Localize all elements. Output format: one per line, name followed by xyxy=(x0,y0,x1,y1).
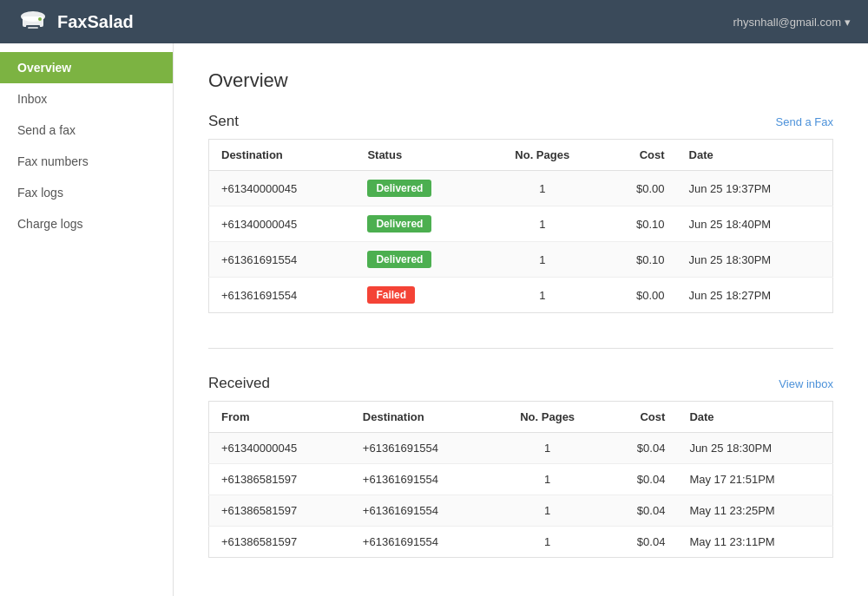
sent-status: Delivered xyxy=(355,171,484,206)
svg-rect-3 xyxy=(28,27,38,29)
sent-col-pages: No. Pages xyxy=(484,140,600,171)
received-col-from: From xyxy=(209,402,351,433)
sent-destination: +61361691554 xyxy=(209,278,356,313)
logo-text: FaxSalad xyxy=(57,12,134,32)
received-date: May 11 23:11PM xyxy=(677,527,832,558)
logo-icon xyxy=(17,10,49,34)
received-from: +61386581597 xyxy=(209,464,351,495)
sidebar: Overview Inbox Send a fax Fax numbers Fa… xyxy=(0,43,174,596)
received-cost: $0.04 xyxy=(603,527,678,558)
sidebar-item-fax-logs[interactable]: Fax logs xyxy=(0,177,173,208)
sent-table: Destination Status No. Pages Cost Date +… xyxy=(208,139,833,313)
received-destination: +61361691554 xyxy=(351,527,492,558)
received-date: May 11 23:25PM xyxy=(677,495,832,527)
received-cost: $0.04 xyxy=(603,495,678,527)
user-menu[interactable]: rhysnhall@gmail.com ▾ xyxy=(733,16,851,29)
received-section: Received View inbox From Destination No.… xyxy=(208,375,833,558)
received-destination: +61361691554 xyxy=(351,433,492,464)
received-from: +61340000045 xyxy=(209,433,351,464)
received-table-header-row: From Destination No. Pages Cost Date xyxy=(209,402,833,433)
sent-destination: +61340000045 xyxy=(209,206,356,242)
sent-pages: 1 xyxy=(484,206,600,242)
sent-destination: +61361691554 xyxy=(209,242,356,278)
sent-status: Delivered xyxy=(355,242,484,278)
sent-col-destination: Destination xyxy=(209,140,356,171)
sent-section: Sent Send a Fax Destination Status No. P… xyxy=(208,113,833,313)
sent-section-header: Sent Send a Fax xyxy=(208,113,833,130)
table-row: +61340000045 +61361691554 1 $0.04 Jun 25… xyxy=(209,433,833,464)
sent-status: Delivered xyxy=(355,206,484,242)
table-row: +61386581597 +61361691554 1 $0.04 May 11… xyxy=(209,527,833,558)
sent-date: Jun 25 18:40PM xyxy=(677,206,833,242)
sent-pages: 1 xyxy=(484,278,600,313)
sent-pages: 1 xyxy=(484,242,600,278)
section-divider xyxy=(208,348,833,349)
sent-col-cost: Cost xyxy=(600,140,676,171)
table-row: +61340000045 Delivered 1 $0.10 Jun 25 18… xyxy=(209,206,833,242)
received-cost: $0.04 xyxy=(603,464,678,495)
status-badge: Delivered xyxy=(367,251,431,268)
status-badge: Delivered xyxy=(367,180,431,197)
table-row: +61361691554 Delivered 1 $0.10 Jun 25 18… xyxy=(209,242,833,278)
received-destination: +61361691554 xyxy=(351,464,492,495)
sidebar-item-charge-logs[interactable]: Charge logs xyxy=(0,208,173,239)
received-section-header: Received View inbox xyxy=(208,375,833,392)
status-badge: Failed xyxy=(367,286,415,304)
sent-destination: +61340000045 xyxy=(209,171,356,206)
received-col-destination: Destination xyxy=(351,402,492,433)
received-table: From Destination No. Pages Cost Date +61… xyxy=(208,401,833,558)
received-date: May 17 21:51PM xyxy=(677,464,832,495)
sidebar-item-inbox[interactable]: Inbox xyxy=(0,83,173,115)
page-title: Overview xyxy=(208,69,833,92)
sent-col-date: Date xyxy=(677,140,833,171)
send-a-fax-link[interactable]: Send a Fax xyxy=(776,115,834,128)
received-col-cost: Cost xyxy=(603,402,678,433)
sent-cost: $0.10 xyxy=(600,242,676,278)
sent-cost: $0.00 xyxy=(600,171,676,206)
sidebar-item-fax-numbers[interactable]: Fax numbers xyxy=(0,146,173,177)
table-row: +61386581597 +61361691554 1 $0.04 May 17… xyxy=(209,464,833,495)
received-cost: $0.04 xyxy=(603,433,678,464)
received-col-date: Date xyxy=(677,402,832,433)
sidebar-item-overview[interactable]: Overview xyxy=(0,52,173,83)
received-pages: 1 xyxy=(491,495,602,527)
view-inbox-link[interactable]: View inbox xyxy=(779,377,833,390)
sent-date: Jun 25 19:37PM xyxy=(677,171,833,206)
chevron-down-icon: ▾ xyxy=(845,16,851,29)
received-pages: 1 xyxy=(491,433,602,464)
sent-table-header-row: Destination Status No. Pages Cost Date xyxy=(209,140,833,171)
table-row: +61386581597 +61361691554 1 $0.04 May 11… xyxy=(209,495,833,527)
received-date: Jun 25 18:30PM xyxy=(677,433,832,464)
sent-status: Failed xyxy=(355,278,484,313)
table-row: +61361691554 Failed 1 $0.00 Jun 25 18:27… xyxy=(209,278,833,313)
received-pages: 1 xyxy=(491,464,602,495)
received-destination: +61361691554 xyxy=(351,495,492,527)
sent-cost: $0.10 xyxy=(600,206,676,242)
received-from: +61386581597 xyxy=(209,495,351,527)
svg-point-4 xyxy=(38,17,42,21)
sent-section-title: Sent xyxy=(208,113,239,130)
received-pages: 1 xyxy=(491,527,602,558)
sidebar-item-send-fax[interactable]: Send a fax xyxy=(0,115,173,146)
sent-date: Jun 25 18:30PM xyxy=(677,242,833,278)
received-col-pages: No. Pages xyxy=(491,402,602,433)
main-content: Overview Sent Send a Fax Destination Sta… xyxy=(174,43,868,596)
table-row: +61340000045 Delivered 1 $0.00 Jun 25 19… xyxy=(209,171,833,206)
sent-col-status: Status xyxy=(355,140,484,171)
sent-cost: $0.00 xyxy=(600,278,676,313)
user-email: rhysnhall@gmail.com xyxy=(733,16,841,29)
status-badge: Delivered xyxy=(367,215,431,233)
received-from: +61386581597 xyxy=(209,527,351,558)
sent-pages: 1 xyxy=(484,171,600,206)
sent-date: Jun 25 18:27PM xyxy=(677,278,833,313)
layout: Overview Inbox Send a fax Fax numbers Fa… xyxy=(0,43,868,596)
header: FaxSalad rhysnhall@gmail.com ▾ xyxy=(0,0,868,43)
logo: FaxSalad xyxy=(17,10,134,34)
received-section-title: Received xyxy=(208,375,270,392)
